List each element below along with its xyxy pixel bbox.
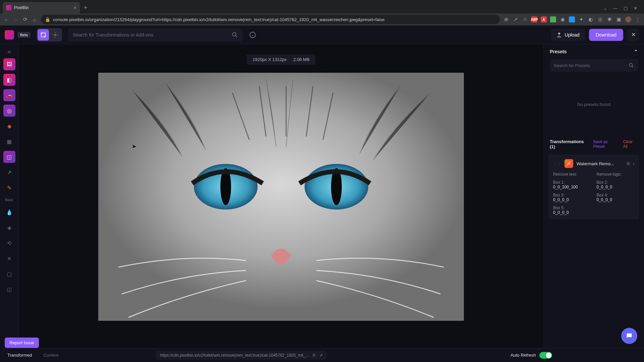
- report-issue-button[interactable]: Report Issue: [5, 338, 39, 348]
- param-label: Remove text:: [553, 172, 591, 177]
- chat-fab-button[interactable]: [621, 328, 637, 344]
- camera-icon[interactable]: ◎: [597, 16, 603, 22]
- cat-image-icon: [98, 73, 464, 321]
- mode-transform-button[interactable]: [38, 29, 49, 41]
- home-icon[interactable]: ⌂: [32, 16, 38, 22]
- right-panel: Presets ⌃ Search for Presets No presets …: [543, 44, 644, 348]
- image-meta: 1920px X 1312px 2.06 MB: [247, 54, 316, 65]
- chevron-down-icon[interactable]: ⌄: [603, 6, 607, 11]
- star-icon[interactable]: ☆: [522, 16, 528, 22]
- svg-rect-4: [98, 73, 464, 321]
- svg-point-2: [232, 33, 236, 36]
- browser-tab-bar: PixelBin × + ⌄ — ▢ ✕: [0, 0, 644, 13]
- clear-all-button[interactable]: Clear All: [623, 139, 638, 149]
- extensions-icon[interactable]: ✱: [606, 16, 612, 22]
- close-tab-icon[interactable]: ×: [74, 5, 76, 10]
- report-issue-label: Report Issue: [9, 340, 34, 345]
- profile-avatar[interactable]: [625, 16, 631, 22]
- upload-icon: [556, 32, 562, 38]
- download-label: Download: [596, 32, 616, 38]
- rail-tool-7-icon[interactable]: ◫: [3, 151, 15, 163]
- preset-search-input[interactable]: Search for Presets: [550, 59, 638, 72]
- reload-icon[interactable]: ⟳: [22, 16, 28, 22]
- rail-tool-2-icon[interactable]: ◧: [3, 74, 15, 86]
- rail-label-ai: AI: [8, 50, 11, 54]
- save-preset-button[interactable]: Save as Preset: [593, 139, 620, 149]
- panel-icon[interactable]: ▣: [616, 16, 622, 22]
- close-panel-button[interactable]: ✕: [627, 29, 639, 41]
- ext-gray-icon[interactable]: ◐: [588, 16, 594, 22]
- mode-settings-button[interactable]: [50, 29, 61, 41]
- transformation-card: ⋮⋮ Watermark Remo... ⎘ › Remove text: Re…: [548, 155, 639, 220]
- rail-blur-icon[interactable]: 💧: [3, 206, 15, 218]
- forward-icon[interactable]: →: [13, 16, 19, 22]
- rail-compress-icon[interactable]: ◈: [3, 222, 15, 234]
- menu-icon[interactable]: ⋮: [635, 16, 641, 22]
- presets-title: Presets: [550, 49, 567, 54]
- rail-tool-8-icon[interactable]: ↗: [3, 166, 15, 178]
- output-url-display: https://cdn.pixelbin.io/v2/tutkit/wm.rem…: [156, 351, 327, 360]
- maximize-icon[interactable]: ▢: [624, 6, 628, 11]
- rail-tool-4-icon[interactable]: ◎: [3, 105, 15, 117]
- pixelbin-logo-icon[interactable]: [5, 30, 14, 40]
- rail-tool-1-icon[interactable]: 🖼: [3, 58, 15, 70]
- share-icon[interactable]: ↗: [513, 16, 519, 22]
- watermark-remove-icon: [565, 159, 573, 168]
- drag-handle-icon[interactable]: ⋮⋮: [553, 161, 561, 166]
- abp-icon[interactable]: ABP: [531, 16, 537, 22]
- rail-resize-icon[interactable]: ▢: [3, 268, 15, 280]
- info-icon[interactable]: [249, 32, 256, 38]
- canvas-image[interactable]: ➤: [98, 73, 464, 321]
- search-transformations-input[interactable]: Search for Transformations or Add-ons: [68, 28, 243, 42]
- rail-flip-icon[interactable]: ✕: [3, 252, 15, 264]
- param-value: 0_0_0_0: [553, 197, 591, 202]
- open-url-icon[interactable]: ↗: [319, 353, 323, 358]
- globe-icon[interactable]: ◉: [559, 16, 566, 22]
- rail-tool-6-icon[interactable]: ▦: [3, 135, 15, 147]
- param-value: 0_0_0_0: [553, 210, 591, 215]
- chat-icon: [626, 332, 633, 340]
- favicon-icon: [6, 5, 11, 10]
- translate-icon[interactable]: ⊕: [503, 16, 509, 22]
- close-window-icon[interactable]: ✕: [634, 6, 637, 11]
- minimize-icon[interactable]: —: [613, 6, 618, 11]
- search-icon: [629, 63, 634, 68]
- search-icon: [232, 32, 238, 38]
- auto-refresh-toggle[interactable]: [539, 352, 552, 359]
- rail-tool-3-icon[interactable]: 🚗: [3, 89, 15, 101]
- rail-crop-icon[interactable]: ◫: [3, 283, 15, 295]
- chevron-right-icon[interactable]: ›: [633, 161, 635, 166]
- browser-tab[interactable]: PixelBin ×: [3, 2, 80, 13]
- transformation-name: Watermark Remo...: [577, 161, 624, 166]
- param-value: 0_0_0_0: [597, 197, 635, 202]
- tab-transformed[interactable]: Transformed: [5, 351, 35, 359]
- puzzle-icon[interactable]: ✦: [578, 16, 584, 22]
- upload-button[interactable]: Upload: [551, 29, 585, 41]
- copy-url-icon[interactable]: ⎘: [313, 353, 315, 358]
- copy-icon[interactable]: ⎘: [627, 161, 630, 166]
- back-icon[interactable]: ←: [3, 16, 9, 22]
- presets-header[interactable]: Presets ⌃: [550, 49, 638, 54]
- param-label: Remove logo:: [597, 172, 635, 177]
- tab-context[interactable]: Context: [41, 351, 61, 359]
- rail-rotate-icon[interactable]: ⟲: [3, 237, 15, 249]
- url-text: console.pixelbin.io/organization/215264/…: [53, 17, 385, 22]
- search-placeholder: Search for Transformations or Add-ons: [73, 32, 153, 38]
- rail-label-basic: Basic: [5, 198, 13, 202]
- ext-green-icon[interactable]: [550, 16, 556, 22]
- download-button[interactable]: Download: [589, 29, 623, 41]
- ext-blue-icon[interactable]: [569, 16, 575, 22]
- mode-toggle-group: [37, 28, 62, 42]
- param-label: Box 4:: [597, 193, 635, 197]
- beta-badge: Beta: [17, 32, 31, 38]
- url-input[interactable]: 🔒 console.pixelbin.io/organization/21526…: [41, 15, 500, 24]
- tab-title: PixelBin: [14, 5, 29, 10]
- abp2-icon[interactable]: A: [541, 16, 547, 22]
- param-label: Box 5:: [553, 205, 591, 210]
- new-tab-button[interactable]: +: [80, 4, 92, 13]
- rail-tool-9-icon[interactable]: ✎: [3, 182, 15, 194]
- auto-refresh-label: Auto Refresh: [511, 353, 536, 358]
- rail-tool-5-icon[interactable]: ◆: [3, 120, 15, 132]
- param-value: 0_0_100_100: [553, 185, 591, 189]
- preset-search-placeholder: Search for Presets: [554, 63, 590, 68]
